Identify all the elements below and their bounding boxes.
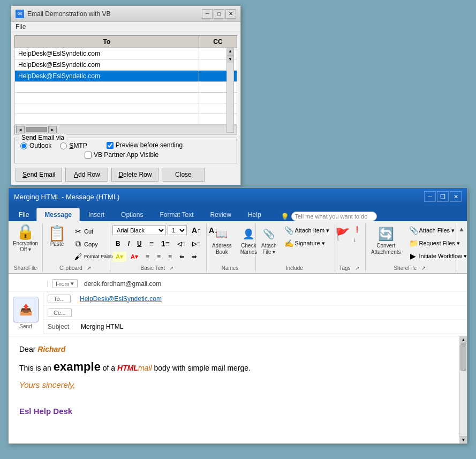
attach-item-button[interactable]: 📎 Attach Item ▾ [282,224,332,236]
from-dropdown-button[interactable]: From ▾ [52,279,78,288]
tab-review[interactable]: Review [202,208,239,221]
address-book-icon: 📖 [214,227,229,242]
preview-checkbox-label[interactable]: Preview before sending [107,141,183,149]
tell-me-area[interactable]: 💡 [275,212,382,221]
close-dialog-button[interactable]: Close [162,168,205,182]
tab-options[interactable]: Options [113,208,151,221]
send-button[interactable]: 📤 [13,297,39,322]
email-body[interactable]: Dear Richard This is an example of a HTM… [9,336,467,443]
low-importance-icon: ↓ [353,236,357,243]
ltr-button[interactable]: ⇒ [188,252,200,262]
align-left-button[interactable]: ≡ [142,251,153,262]
hscroll-right[interactable]: ► [48,126,57,133]
paste-button[interactable]: 📋 Paste [45,224,69,249]
cut-icon: ✂ [74,227,82,236]
table-row-selected[interactable]: HelpDesk@EslSyndetic.com [15,71,237,82]
from-value: derek.fordham@gmail.com [84,280,458,288]
bullet-button[interactable]: ≡ [146,238,157,250]
bottom-restore[interactable]: ❐ [437,191,449,202]
address-book-button[interactable]: 📖 AddressBook [209,224,235,258]
tab-file[interactable]: File [12,208,36,221]
to-cell[interactable]: HelpDesk@EslSyndetic.com [15,59,199,71]
to-button[interactable]: To... [48,295,71,303]
subject-field[interactable] [80,322,463,332]
vb-partner-checkbox[interactable] [85,152,92,159]
highlight-button[interactable]: A▾ [112,252,126,262]
bottom-window-title: Merging HTML - Message (HTML) [14,193,119,201]
flag-button[interactable]: 🚩 [335,228,350,242]
bold-button[interactable]: B [112,238,124,249]
font-size-select[interactable]: 11 [168,225,187,235]
align-right-button[interactable]: ≡ [165,251,175,262]
tab-message[interactable]: Message [36,208,80,221]
initiate-workflow-button[interactable]: ▶ Initiate Workflow ▾ [406,250,470,262]
cc-button[interactable]: Cc... [48,308,72,317]
minimize-button[interactable]: ─ [202,9,213,19]
include-group: 📎 Attach File ▾ 📎 Attach Item ▾ ✍ Signat… [256,223,335,272]
underline-button[interactable]: U [134,238,145,249]
increase-indent[interactable]: ▷≡ [189,239,203,249]
tell-me-input[interactable] [291,212,377,221]
tab-help[interactable]: Help [240,208,269,221]
to-label: To... [48,295,80,303]
html-word: HTML [117,364,138,372]
vb-partner-label: VB Partner App Visible [94,151,158,159]
send-button-area: 📤 Send [9,292,43,334]
check-names-icon: 👤 [241,227,256,242]
send-via-group: Send Email via Outlook SMTP Preview befo… [14,138,237,163]
outlook-radio[interactable] [20,142,27,149]
from-row: From ▾ derek.fordham@gmail.com [9,276,467,292]
signature-button[interactable]: ✍ Signature ▾ [282,237,332,249]
maximize-button[interactable]: □ [214,9,224,19]
align-center-button[interactable]: ≡ [154,251,164,262]
low-importance-button[interactable]: ↓ [351,235,364,244]
hscroll-thumb[interactable] [26,127,47,132]
close-button[interactable]: ✕ [225,9,236,19]
high-importance-button[interactable]: ❗ [351,224,364,235]
example-word: example [54,360,101,373]
table-row[interactable]: HelpDesk@EslSyndetic.com [15,48,237,59]
request-files-button[interactable]: 📁 Request Files ▾ [406,237,470,249]
body-scroll-down[interactable]: ▼ [460,436,467,443]
body-rest: body with simple mail merge. [152,364,251,372]
grid-scroll-down[interactable]: ▼ [227,55,233,63]
bottom-close[interactable]: ✕ [450,191,462,202]
add-row-button[interactable]: Add Row [65,168,108,182]
smtp-radio[interactable] [60,142,67,149]
tab-format-text[interactable]: Format Text [152,208,201,221]
body-vscrollbar[interactable]: ▲ ▼ [459,336,467,443]
decrease-indent[interactable]: ◁≡ [174,239,188,249]
send-email-button[interactable]: Send Email [16,168,62,182]
outlook-radio-label[interactable]: Outlook [20,142,51,149]
email-body-container: Dear Richard This is an example of a HTM… [9,336,467,443]
grow-font-button[interactable]: A↑ [188,224,204,236]
cc-field[interactable] [80,308,463,318]
table-row-empty3 [15,103,237,114]
preview-checkbox[interactable] [107,142,114,149]
body-scroll-thumb[interactable] [460,344,466,371]
numbering-button[interactable]: 1≡ [158,238,173,250]
delete-row-button[interactable]: Delete Row [111,168,158,182]
bottom-minimize[interactable]: ─ [424,191,436,202]
to-cell[interactable]: HelpDesk@EslSyndetic.com [15,48,199,59]
font-select[interactable]: Arial Black [112,225,166,235]
to-cell-selected[interactable]: HelpDesk@EslSyndetic.com [15,71,199,82]
rtl-button[interactable]: ⇐ [176,252,187,262]
convert-attachments-button[interactable]: 🔄 ConvertAttachments [368,224,404,258]
hscroll-left[interactable]: ◄ [16,126,25,133]
body-scroll-up[interactable]: ▲ [460,336,467,344]
grid-hscroll[interactable]: ◄ ► [14,125,237,134]
vb-partner-checkbox-label[interactable]: VB Partner App Visible [85,151,231,159]
smtp-radio-label[interactable]: SMTP [60,142,87,149]
file-menu[interactable]: File [16,23,26,31]
table-row[interactable]: HelpDesk@EslSyndetic.com [15,59,237,71]
attach-files-button[interactable]: 📎 Attach Files ▾ [406,224,470,236]
font-color-button[interactable]: A▾ [127,252,141,262]
grid-vscrollbar[interactable]: ▲ ▼ [226,47,234,133]
tab-insert[interactable]: Insert [80,208,112,221]
grid-scroll-up[interactable]: ▲ [227,48,233,55]
attach-file-button[interactable]: 📎 Attach File ▾ [258,224,279,258]
encryption-button[interactable]: 🔒 EncryptionOff ▾ [13,224,38,252]
to-address[interactable]: HelpDesk@EslSyndetic.com [80,295,162,303]
italic-button[interactable]: I [125,238,133,249]
